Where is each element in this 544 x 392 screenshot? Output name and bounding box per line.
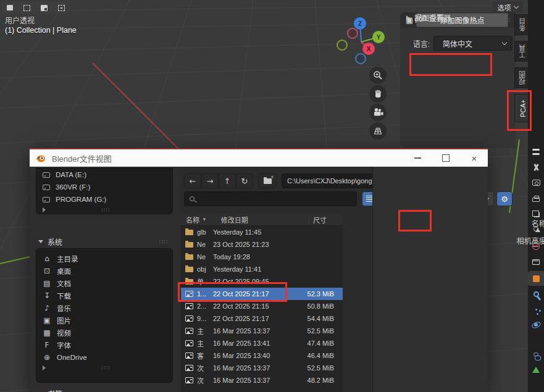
system-section-header[interactable]: 系统 ∷∷ <box>38 236 173 247</box>
file-type-icon <box>185 365 193 371</box>
file-row[interactable]: 客 16 Mar 2025 13:40 46.4 MiB <box>181 349 343 362</box>
system-box: ⌂ 主目录 ⊡ 桌面 ▤ 文档 <box>36 248 173 383</box>
file-row[interactable]: 主 16 Mar 2025 13:37 52.5 MiB <box>181 325 343 337</box>
grip-handle[interactable]: ∷∷ <box>159 238 168 245</box>
blender-logo-icon <box>35 154 46 163</box>
column-size[interactable]: 尺寸 <box>313 215 327 225</box>
system-folder-item[interactable]: ↧ 下载 <box>36 290 172 302</box>
file-row[interactable]: Ne Today 19:28 <box>181 251 343 263</box>
blender-app-window: 用户透视 (1) Collection | Plane 选项 Z Y X P <box>0 0 544 392</box>
object-data-tab[interactable] <box>528 362 544 377</box>
annotation-box-pca-tab <box>507 90 532 131</box>
volume-item[interactable]: PROGRAM (G:) <box>36 193 172 206</box>
gear-icon: ⚙ <box>501 194 508 204</box>
volume-item[interactable]: DATA (E:) <box>36 169 172 181</box>
file-row[interactable]: 9... 22 Oct 2025 21:17 54.4 MiB <box>181 312 343 325</box>
options-dropdown[interactable]: 选项 <box>492 1 523 13</box>
modifiers-tab[interactable] <box>528 286 544 301</box>
file-browser-main: ← → ↑ ↻ C:\Users\CXJ\Desktop\gong\baoye\ <box>181 167 488 392</box>
column-date[interactable]: 修改日期 <box>221 215 248 225</box>
system-folder-item[interactable]: ♪ 音乐 <box>36 302 172 314</box>
tweak-select-tab[interactable] <box>1 1 18 14</box>
object-tab[interactable] <box>528 271 544 286</box>
music-icon: ♪ <box>43 304 51 312</box>
file-row[interactable]: 主 16 Mar 2025 13:41 47.4 MiB <box>181 337 343 349</box>
language-value: 简体中文 <box>443 38 472 49</box>
svg-text:Z: Z <box>358 20 362 27</box>
properties-editor-tab[interactable] <box>528 144 544 159</box>
box-select-icon <box>23 5 30 11</box>
system-folder-item[interactable]: ▤ 文档 <box>36 277 172 290</box>
y-axis-line-left <box>0 257 30 264</box>
file-browser-window: Blender文件视图 × DATA (E:) <box>30 148 488 392</box>
browser-settings-button[interactable]: ⚙ <box>496 191 513 206</box>
file-row[interactable]: 次 16 Mar 2025 13:37 48.2 MiB <box>181 374 343 386</box>
expand-arrow-icon <box>406 15 409 20</box>
annotation-box-name-input <box>398 210 432 231</box>
system-folder-item[interactable]: ▣ 图片 <box>36 314 172 327</box>
svg-text:Y: Y <box>377 34 381 41</box>
view-gizmo[interactable]: Z Y X <box>333 15 389 71</box>
back-icon[interactable]: ← <box>184 173 201 188</box>
expand-arrow-icon[interactable] <box>43 207 46 212</box>
system-folder-item[interactable]: ▦ 视频 <box>36 327 172 339</box>
grip-handle[interactable]: ∷∷ <box>102 207 110 213</box>
language-dropdown[interactable]: 简体中文 <box>433 36 513 51</box>
lasso-select-tab[interactable] <box>53 1 70 14</box>
tool-tab[interactable] <box>528 160 544 175</box>
options-label: 选项 <box>498 2 511 12</box>
maximize-button[interactable] <box>433 149 458 167</box>
pan-hand-icon[interactable] <box>369 85 387 102</box>
bookmarks-section-header[interactable]: 书签 ∷∷ <box>38 388 173 392</box>
downloads-icon: ↧ <box>43 291 51 300</box>
collapsed-section[interactable]: 视图设置 <box>406 12 444 23</box>
minimize-button[interactable] <box>405 149 430 167</box>
physics-tab[interactable] <box>528 317 544 332</box>
file-type-icon <box>185 340 193 346</box>
new-folder-button[interactable] <box>258 173 277 188</box>
file-row[interactable]: glb Yesterday 11:45 <box>181 226 343 238</box>
system-folder-item[interactable]: ⊕ OneDrive <box>36 351 172 364</box>
box-select-tab[interactable] <box>19 1 35 14</box>
circle-select-icon <box>41 5 48 11</box>
search-input[interactable] <box>184 191 357 206</box>
nav-buttons: ← → ↑ ↻ <box>184 173 253 188</box>
forward-icon[interactable]: → <box>201 173 219 188</box>
view-perspective-label: 用户透视 <box>5 15 35 25</box>
axis-neg-y-ball <box>337 40 347 50</box>
file-row[interactable]: Ne 23 Oct 2025 21:23 <box>181 238 343 251</box>
render-tab[interactable] <box>528 175 544 190</box>
file-type-icon <box>185 267 193 272</box>
constraints-tab[interactable] <box>528 347 544 362</box>
system-folder-item[interactable]: ⌂ 主目录 <box>36 252 172 265</box>
grid-ortho-icon[interactable] <box>369 122 387 140</box>
desktop-icon: ⊡ <box>43 267 51 275</box>
circle-select-tab[interactable] <box>36 1 52 14</box>
file-list: glb Yesterday 11:45 Ne 23 Oct 2025 21:23 <box>181 226 343 392</box>
window-title: Blender文件视图 <box>52 152 112 164</box>
zoom-icon[interactable] <box>369 67 387 84</box>
grip-handle[interactable]: ∷∷ <box>102 365 110 371</box>
column-name[interactable]: 名称 <box>186 215 199 225</box>
properties-tab-strip <box>528 0 544 392</box>
camera-view-icon[interactable] <box>369 104 387 121</box>
collection-tab[interactable] <box>528 254 544 269</box>
system-folder-item[interactable]: F 字体 <box>36 339 172 351</box>
volumes-box: DATA (E:) 360VR (F:) PROGRAM (G:) ∷∷ <box>36 168 173 214</box>
particles-tab[interactable] <box>528 302 544 317</box>
file-type-icon <box>185 352 193 359</box>
system-folder-item[interactable]: ⊡ 桌面 <box>36 265 172 277</box>
close-button[interactable]: × <box>462 149 487 167</box>
file-row[interactable]: obj Yesterday 11:41 <box>181 263 343 275</box>
collapse-arrow-icon <box>38 240 43 243</box>
parent-dir-icon[interactable]: ↑ <box>219 173 236 188</box>
volume-item[interactable]: 360VR (F:) <box>36 181 172 193</box>
file-row[interactable]: 次 16 Mar 2025 13:37 52.5 MiB <box>181 362 343 374</box>
videos-icon: ▦ <box>43 328 51 337</box>
window-titlebar[interactable]: Blender文件视图 × <box>30 149 488 167</box>
output-tab[interactable] <box>528 191 544 206</box>
file-row[interactable]: 2... 22 Oct 2025 21:15 50.8 MiB <box>181 300 343 312</box>
refresh-icon[interactable]: ↻ <box>236 173 253 188</box>
file-type-icon <box>185 254 193 260</box>
expand-arrow-icon[interactable] <box>43 365 46 370</box>
